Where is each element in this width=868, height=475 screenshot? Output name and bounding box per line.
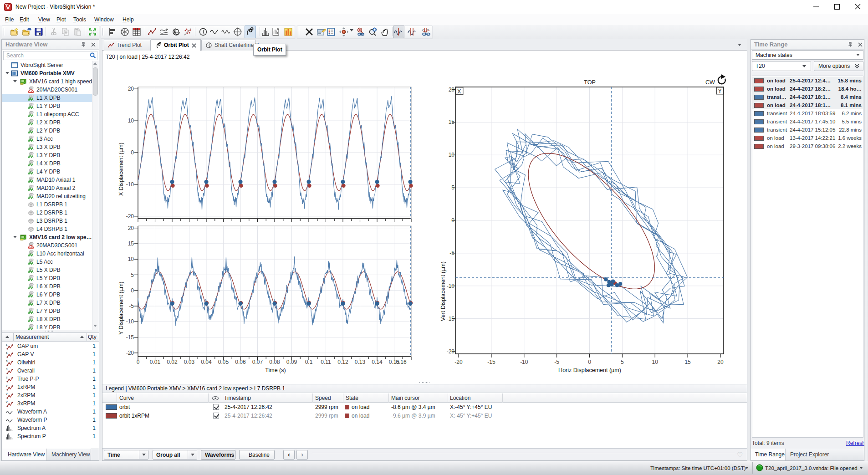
svg-text:s: s bbox=[6, 368, 8, 371]
svg-text:Y: Y bbox=[718, 88, 722, 94]
svg-text:X: X bbox=[457, 88, 461, 95]
svg-text:v: v bbox=[6, 384, 8, 387]
svg-text:s: s bbox=[6, 351, 8, 354]
svg-text:s: s bbox=[6, 359, 8, 363]
svg-text:v: v bbox=[6, 400, 8, 403]
svg-text:s: s bbox=[6, 376, 8, 379]
svg-text:s: s bbox=[6, 343, 8, 346]
svg-text:v: v bbox=[6, 392, 8, 395]
